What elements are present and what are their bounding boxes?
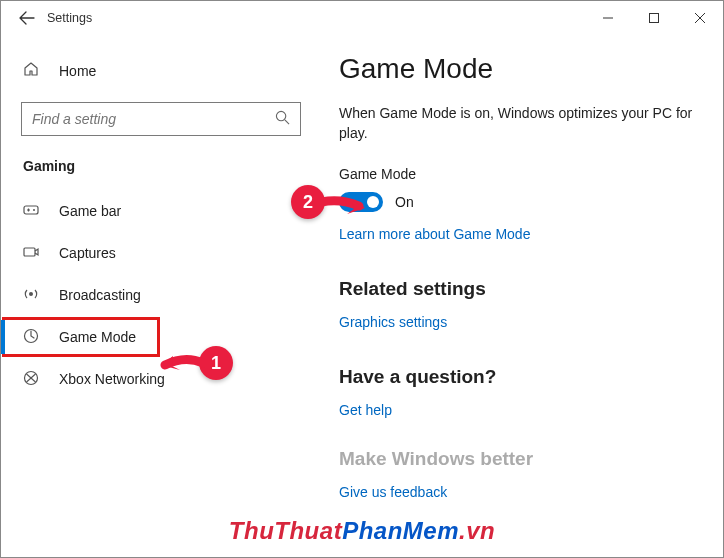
svg-rect-6 [24, 248, 35, 256]
get-help-link[interactable]: Get help [339, 402, 699, 418]
svg-point-7 [29, 292, 33, 296]
close-button[interactable] [677, 1, 723, 35]
callout-2-number: 2 [303, 192, 313, 213]
title-bar: Settings [1, 1, 723, 35]
question-heading: Have a question? [339, 366, 699, 388]
search-icon [275, 110, 290, 128]
sidebar-item-captures[interactable]: Captures [1, 232, 321, 274]
game-mode-icon [23, 328, 41, 347]
home-icon [23, 61, 41, 80]
back-button[interactable] [9, 1, 45, 35]
sidebar-item-broadcasting[interactable]: Broadcasting [1, 274, 321, 316]
make-better-heading: Make Windows better [339, 448, 699, 470]
graphics-settings-link[interactable]: Graphics settings [339, 314, 699, 330]
sidebar-item-label: Xbox Networking [59, 371, 165, 387]
page-title: Game Mode [339, 53, 699, 85]
toggle-state: On [395, 194, 414, 210]
sidebar-item-label: Game Mode [59, 329, 136, 345]
game-bar-icon [23, 203, 41, 220]
sidebar: Home Gaming Game bar Captures Broadcasti… [1, 35, 321, 557]
svg-rect-1 [650, 14, 659, 23]
home-link[interactable]: Home [1, 53, 321, 88]
svg-point-5 [33, 209, 35, 211]
sidebar-item-label: Broadcasting [59, 287, 141, 303]
window-controls [585, 1, 723, 35]
svg-line-3 [285, 120, 289, 124]
feedback-link[interactable]: Give us feedback [339, 484, 699, 500]
content-pane: Game Mode When Game Mode is on, Windows … [321, 35, 723, 557]
svg-rect-4 [24, 206, 38, 214]
svg-point-2 [276, 111, 285, 120]
close-icon [695, 13, 705, 23]
learn-more-link[interactable]: Learn more about Game Mode [339, 226, 699, 242]
minimize-icon [603, 13, 613, 23]
sidebar-item-label: Game bar [59, 203, 121, 219]
search-box[interactable] [21, 102, 301, 136]
broadcasting-icon [23, 286, 41, 305]
category-heading: Gaming [1, 154, 321, 190]
xbox-icon [23, 370, 41, 389]
sidebar-item-label: Captures [59, 245, 116, 261]
maximize-icon [649, 13, 659, 23]
maximize-button[interactable] [631, 1, 677, 35]
search-input[interactable] [32, 111, 275, 127]
callout-2: 2 [291, 185, 325, 219]
home-label: Home [59, 63, 96, 79]
related-settings-heading: Related settings [339, 278, 699, 300]
window-title: Settings [47, 11, 92, 25]
page-description: When Game Mode is on, Windows optimizes … [339, 103, 699, 144]
minimize-button[interactable] [585, 1, 631, 35]
captures-icon [23, 245, 41, 262]
callout-2-arrow-icon [321, 194, 365, 216]
arrow-left-icon [19, 10, 35, 26]
callout-1-arrow-icon [159, 351, 205, 377]
sidebar-item-game-mode[interactable]: Game Mode [1, 316, 161, 358]
setting-label: Game Mode [339, 166, 699, 182]
callout-1-number: 1 [211, 353, 221, 374]
sidebar-item-game-bar[interactable]: Game bar [1, 190, 321, 232]
